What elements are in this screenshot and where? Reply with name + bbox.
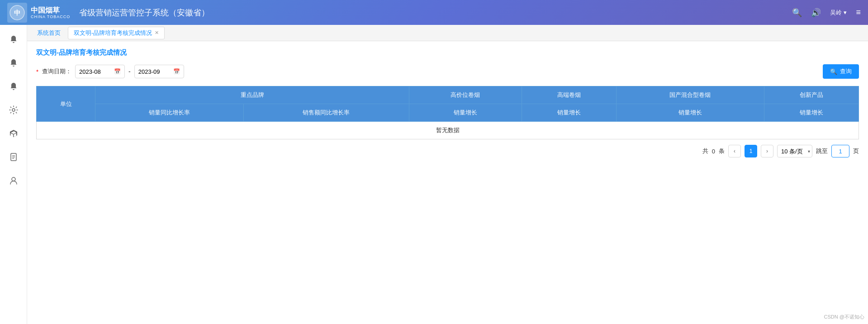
- sidebar-item-user[interactable]: [4, 171, 24, 191]
- search-icon: 🔍: [830, 68, 837, 75]
- speaker-icon[interactable]: 🔊: [811, 8, 821, 18]
- goto-unit: 页: [853, 147, 859, 155]
- col-innovative-sub: 销量增长: [764, 104, 859, 122]
- calendar-icon: 📅: [114, 68, 121, 75]
- col-high-price: 高价位卷烟: [409, 86, 522, 104]
- sidebar-item-file[interactable]: [4, 147, 24, 167]
- col-key-brand: 重点品牌: [95, 86, 409, 104]
- date-to-input[interactable]: 2023-09 📅: [134, 65, 184, 78]
- sidebar-item-bell2[interactable]: [4, 53, 24, 73]
- calendar-icon-2: 📅: [173, 68, 180, 75]
- sidebar-item-bell1[interactable]: [4, 29, 24, 49]
- watermark: CSDN @不诺知心: [824, 314, 864, 320]
- col-high-end: 高端卷烟: [522, 86, 616, 104]
- tab-close-icon[interactable]: ✕: [155, 30, 159, 36]
- logo-icon: 中: [7, 3, 27, 23]
- tab-bar: 系统首页 双文明-品牌培育考核完成情况 ✕: [27, 25, 868, 41]
- total-label: 共: [702, 147, 708, 155]
- data-table: 单位 重点品牌 高价位卷烟 高端卷烟 国产混合型卷烟 创新产品 销量同比增长率 …: [36, 86, 859, 139]
- no-data-cell: 暂无数据: [37, 122, 859, 139]
- current-page-button[interactable]: 1: [745, 145, 757, 157]
- query-label: 查询日期：: [42, 67, 71, 76]
- header-title: 省级营销运营管控子系统（安徽省）: [79, 7, 792, 18]
- logo-text: 中国烟草 CHINA TOBACCO: [31, 6, 70, 19]
- sidebar-item-bell3[interactable]: [4, 76, 24, 96]
- header: 中 中国烟草 CHINA TOBACCO 省级营销运营管控子系统（安徽省） 🔍 …: [0, 0, 868, 25]
- total-unit: 条: [719, 147, 725, 155]
- date-separator: -: [128, 68, 131, 75]
- goto-input[interactable]: [831, 145, 849, 157]
- col-key-brand-sub1: 销量同比增长率: [95, 104, 243, 122]
- header-actions: 🔍 🔊 吴岭 ▾ ≡: [792, 8, 861, 18]
- user-menu[interactable]: 吴岭 ▾: [830, 9, 847, 17]
- col-unit: 单位: [37, 86, 95, 122]
- col-domestic: 国产混合型卷烟: [616, 86, 764, 104]
- main-layout: 系统首页 双文明-品牌培育考核完成情况 ✕ 双文明-品牌培育考核完成情况 * 查…: [0, 25, 868, 324]
- svg-text:中: 中: [14, 9, 20, 16]
- sidebar: [0, 25, 27, 324]
- pagination: 共 0 条 ‹ 1 › 10 条/页 20 条/页 50 条/页 ▾ 跳至 页: [36, 145, 859, 157]
- total-count: 0: [712, 148, 715, 155]
- content-area: 系统首页 双文明-品牌培育考核完成情况 ✕ 双文明-品牌培育考核完成情况 * 查…: [27, 25, 868, 324]
- sidebar-item-cube[interactable]: [4, 124, 24, 143]
- tab-home[interactable]: 系统首页: [32, 27, 66, 39]
- required-star: *: [36, 68, 38, 75]
- query-button[interactable]: 🔍 查询: [823, 64, 859, 79]
- prev-page-button[interactable]: ‹: [728, 145, 741, 157]
- goto-label: 跳至: [816, 147, 828, 155]
- sidebar-item-gear[interactable]: [4, 100, 24, 120]
- svg-point-7: [12, 177, 15, 181]
- tab-active[interactable]: 双文明-品牌培育考核完成情况 ✕: [68, 27, 165, 39]
- col-key-brand-sub2: 销售额同比增长率: [243, 104, 409, 122]
- col-high-end-sub: 销量增长: [522, 104, 616, 122]
- logo: 中 中国烟草 CHINA TOBACCO: [7, 3, 70, 23]
- col-high-price-sub: 销量增长: [409, 104, 522, 122]
- date-from-input[interactable]: 2023-08 📅: [75, 65, 125, 78]
- search-icon[interactable]: 🔍: [792, 8, 802, 18]
- col-domestic-sub: 销量增长: [616, 104, 764, 122]
- page-size-wrap: 10 条/页 20 条/页 50 条/页 ▾: [777, 145, 812, 157]
- page-content: 双文明-品牌培育考核完成情况 * 查询日期： 2023-08 📅 - 2023-…: [27, 41, 868, 324]
- page-size-select[interactable]: 10 条/页 20 条/页 50 条/页: [777, 145, 812, 157]
- col-innovative: 创新产品: [764, 86, 859, 104]
- page-title: 双文明-品牌培育考核完成情况: [36, 48, 859, 57]
- svg-point-2: [12, 109, 15, 111]
- query-form: * 查询日期： 2023-08 📅 - 2023-09 📅 🔍 查询: [36, 64, 859, 79]
- next-page-button[interactable]: ›: [761, 145, 773, 157]
- menu-icon[interactable]: ≡: [856, 8, 861, 17]
